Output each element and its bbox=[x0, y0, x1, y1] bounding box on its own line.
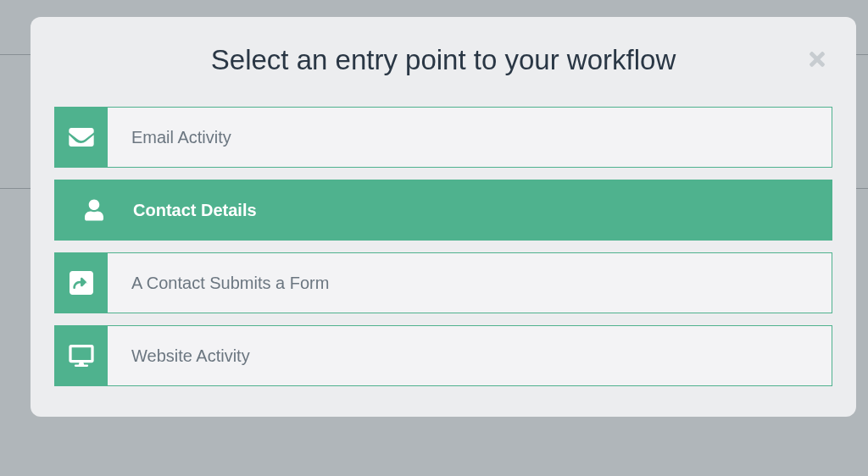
entry-point-modal: Select an entry point to your workflow E… bbox=[31, 17, 856, 417]
close-button[interactable] bbox=[804, 46, 831, 73]
option-label: A Contact Submits a Form bbox=[108, 253, 329, 313]
close-icon bbox=[806, 48, 828, 70]
option-label: Website Activity bbox=[108, 326, 250, 385]
option-contact-details[interactable]: Contact Details bbox=[54, 180, 832, 241]
option-label: Email Activity bbox=[108, 108, 231, 167]
share-icon bbox=[55, 253, 108, 313]
option-contact-submits-form[interactable]: A Contact Submits a Form bbox=[54, 252, 832, 313]
option-label: Contact Details bbox=[133, 180, 257, 240]
option-email-activity[interactable]: Email Activity bbox=[54, 107, 832, 168]
option-list: Email Activity Contact Details A Contact… bbox=[54, 107, 832, 386]
envelope-icon bbox=[55, 108, 108, 167]
user-icon bbox=[55, 180, 133, 240]
modal-header: Select an entry point to your workflow bbox=[54, 44, 832, 76]
monitor-icon bbox=[55, 326, 108, 385]
modal-title: Select an entry point to your workflow bbox=[211, 44, 676, 76]
option-website-activity[interactable]: Website Activity bbox=[54, 325, 832, 386]
